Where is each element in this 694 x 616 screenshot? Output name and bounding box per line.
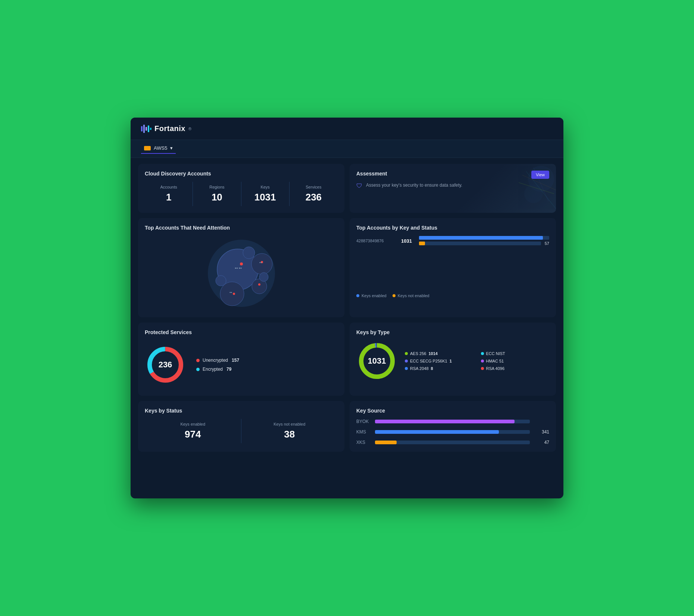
svg-rect-2 (146, 127, 147, 131)
stat-keys: Keys 1031 (241, 182, 290, 206)
svg-point-14 (220, 282, 244, 306)
cloud-discovery-title: Cloud Discovery Accounts (145, 171, 338, 177)
key-rsa2048-value: 8 (431, 366, 433, 371)
logo-text: Fortanix (154, 124, 185, 133)
assessment-card: Assessment View 🛡 Assess your key's secu… (350, 164, 556, 213)
key-dot-hmac (481, 360, 484, 363)
key-source-title: Key Source (356, 408, 549, 414)
fortanix-logo-icon (141, 125, 151, 133)
keys-by-type-card: Keys by Type 1031 AE (350, 323, 556, 396)
svg-point-16 (243, 247, 255, 259)
svg-text:●●: ●● (259, 261, 262, 264)
key-ecc-p256-value: 1 (450, 359, 452, 363)
unencrypted-label: Unencrypted (203, 358, 228, 363)
encrypted-dot (196, 368, 200, 371)
source-kms-fill (375, 430, 499, 434)
keys-status-grid: Keys enabled 974 Keys not enabled 38 (145, 419, 338, 443)
header: Fortanix ® (131, 118, 563, 140)
svg-point-21 (233, 293, 235, 295)
app-window: Fortanix ® AWS5 ▾ Cloud Discovery Accoun… (131, 118, 563, 498)
key-source-card: Key Source BYOK KMS 341 XKS (350, 401, 556, 452)
key-dot-ecc-p256 (405, 360, 408, 363)
bar-section: 428873849876 1031 57 (356, 236, 549, 246)
stat-keys-label: Keys (245, 185, 285, 189)
main-content: Cloud Discovery Accounts Accounts 1 Regi… (131, 158, 563, 458)
logo: Fortanix ® (141, 124, 553, 133)
key-dot-rsa2048 (405, 367, 408, 370)
protected-services-card: Protected Services 236 (138, 323, 344, 396)
key-rsa4096: RSA 4096 (481, 366, 550, 371)
source-byok-fill (375, 420, 515, 423)
bar-legend: Keys enabled Keys not enabled (356, 293, 549, 298)
svg-point-13 (251, 253, 272, 274)
key-dot-aes256 (405, 352, 408, 355)
svg-point-19 (240, 262, 243, 265)
top-accounts-key-title: Top Accounts by Key and Status (356, 225, 549, 231)
unencrypted-legend: Unencrypted 157 (196, 358, 239, 363)
svg-point-22 (258, 283, 260, 286)
key-source-list: BYOK KMS 341 XKS (356, 419, 549, 445)
keys-legend-left: AES 256 1014 ECC SECG P256K1 1 RSA 2048 … (405, 351, 473, 371)
legend-enabled-label: Keys enabled (362, 293, 387, 298)
keys-enabled-label: Keys enabled (148, 422, 238, 426)
svg-rect-4 (150, 128, 151, 130)
protected-services-title: Protected Services (145, 329, 338, 335)
keys-not-enabled-value: 38 (244, 429, 335, 440)
svg-rect-1 (143, 125, 145, 133)
svg-text:●●: ●● (229, 291, 232, 293)
bar-fill-not-enabled (419, 242, 425, 245)
stat-accounts-value: 1 (149, 192, 189, 203)
unencrypted-dot (196, 359, 200, 362)
source-xks: XKS 47 (356, 440, 549, 445)
bar-account-id: 428873849876 (356, 239, 397, 243)
encrypted-label: Encrypted (203, 367, 223, 372)
bar-track-not-enabled (419, 242, 541, 245)
key-rsa4096-label: RSA 4096 (486, 366, 505, 371)
encrypted-value: 79 (226, 367, 231, 372)
key-ecc-nist: ECC NIST (481, 351, 550, 356)
assessment-description: Assess your key's security to ensure dat… (366, 182, 462, 189)
bubble-chart: ●● ●● ●● ●● (204, 236, 279, 311)
keys-by-status-title: Keys by Status (145, 408, 338, 414)
shield-icon: 🛡 (356, 183, 362, 189)
svg-point-18 (259, 273, 268, 281)
toolbar: AWS5 ▾ (131, 140, 563, 158)
keys-enabled-value: 974 (148, 429, 238, 440)
encrypted-legend: Encrypted 79 (196, 367, 239, 372)
chevron-down-icon: ▾ (170, 145, 173, 151)
stat-keys-value: 1031 (245, 192, 285, 203)
bar-fill-enabled (419, 236, 543, 240)
unencrypted-value: 157 (232, 358, 239, 363)
bubble-chart-container: ●● ●● ●● ●● (145, 236, 338, 311)
keys-enabled-item: Keys enabled 974 (145, 419, 241, 443)
svg-point-17 (216, 276, 226, 286)
logo-dot: ® (188, 127, 191, 131)
assessment-view-button[interactable]: View (531, 171, 549, 179)
source-kms-count: 341 (534, 429, 549, 435)
key-hmac: HMAC 51 (481, 359, 550, 363)
legend-dot-not-enabled (393, 294, 396, 297)
keys-by-status-card: Keys by Status Keys enabled 974 Keys not… (138, 401, 344, 452)
legend-not-enabled: Keys not enabled (393, 293, 429, 298)
svg-rect-0 (141, 126, 143, 131)
service-legend: Unencrypted 157 Encrypted 79 (196, 358, 239, 372)
key-aes256-label: AES 256 (410, 351, 426, 356)
key-rsa2048-label: RSA 2048 (410, 366, 429, 371)
source-xks-count: 47 (534, 440, 549, 445)
stat-accounts: Accounts 1 (145, 182, 193, 206)
top-accounts-attention-card: Top Accounts That Need Attention (138, 218, 344, 317)
top-accounts-attention-title: Top Accounts That Need Attention (145, 225, 338, 231)
bar-row-1: 428873849876 1031 57 (356, 236, 549, 246)
aws-dropdown[interactable]: AWS5 ▾ (141, 144, 176, 154)
stat-services: Services 236 (290, 182, 338, 206)
key-aes256-value: 1014 (428, 351, 437, 356)
cloud-stats-grid: Accounts 1 Regions 10 Keys 1031 Services… (145, 182, 338, 206)
keys-not-enabled-label: Keys not enabled (244, 422, 335, 426)
source-kms-track (375, 430, 530, 434)
stat-regions-label: Regions (197, 185, 237, 189)
legend-dot-enabled (356, 294, 359, 297)
aws-icon (144, 146, 151, 150)
stat-services-value: 236 (293, 192, 334, 203)
keys-donut-container: 1031 (356, 340, 397, 382)
key-ecc-p256: ECC SECG P256K1 1 (405, 359, 473, 363)
